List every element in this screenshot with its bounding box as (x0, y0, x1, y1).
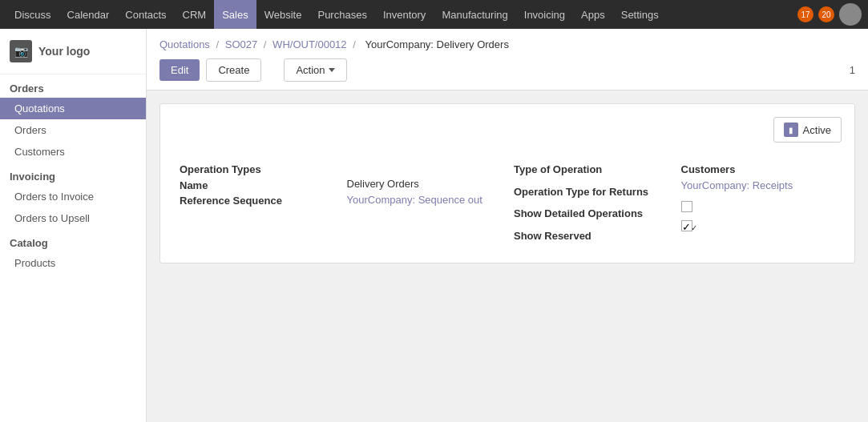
edit-button[interactable]: Edit (159, 59, 200, 81)
form-col-values: Delivery Orders YourCompany: Sequence ou… (341, 155, 508, 250)
breadcrumb-sep3: / (353, 38, 356, 50)
create-button[interactable]: Create (206, 58, 261, 82)
show-detailed-checkbox[interactable] (681, 201, 692, 212)
show-reserved-checkbox[interactable]: ✓ (681, 220, 692, 231)
sidebar-item-products[interactable]: Products (0, 252, 146, 274)
nav-crm[interactable]: CRM (175, 0, 215, 29)
sidebar-logo-area: 📷 Your logo (0, 29, 146, 74)
notification-badge-1[interactable]: 17 (797, 6, 813, 22)
notification-badge-2[interactable]: 20 (818, 6, 834, 22)
label-show-detailed: Show Detailed Operations (514, 206, 662, 222)
nav-website[interactable]: Website (256, 0, 310, 29)
value-sequence[interactable]: YourCompany: Sequence out (347, 192, 495, 208)
form-col-right-labels: Type of Operation Operation Type for Ret… (507, 155, 675, 250)
nav-right-area: 17 20 (797, 3, 862, 26)
header-bar: Quotations / SO027 / WH/OUT/00012 / Your… (147, 29, 868, 90)
nav-sales[interactable]: Sales (214, 0, 256, 29)
customers-label: Customers (681, 162, 830, 178)
active-badge[interactable]: ▮ Active (773, 117, 842, 143)
label-name: Name (180, 178, 328, 194)
sidebar-item-orders-to-invoice[interactable]: Orders to Invoice (0, 186, 146, 207)
breadcrumb-so027[interactable]: SO027 (225, 38, 257, 50)
breadcrumb: Quotations / SO027 / WH/OUT/00012 / Your… (159, 38, 855, 50)
form-container: ▮ Active Operation Types Name Reference … (159, 103, 855, 263)
label-type-of-operation: Type of Operation (514, 162, 662, 178)
chevron-down-icon (329, 68, 335, 72)
nav-manufacturing[interactable]: Manufacturing (434, 0, 515, 29)
sidebar-item-customers[interactable]: Customers (0, 141, 146, 163)
show-reserved-checkbox-area: ✓ (681, 220, 830, 231)
page-number: 1 (850, 64, 855, 76)
nav-contacts[interactable]: Contacts (117, 0, 174, 29)
toolbar: Edit Create Action 1 (159, 58, 855, 82)
form-grid: Operation Types Name Reference Sequence … (173, 155, 842, 250)
sidebar-item-quotations[interactable]: Quotations (0, 98, 146, 119)
active-badge-icon: ▮ (784, 123, 798, 137)
main-layout: 📷 Your logo Orders Quotations Orders Cus… (0, 29, 868, 422)
active-badge-label: Active (803, 124, 831, 136)
breadcrumb-quotations[interactable]: Quotations (159, 38, 210, 50)
label-op-type-returns: Operation Type for Returns (514, 184, 662, 200)
active-badge-area: ▮ Active (173, 117, 842, 143)
breadcrumb-current: YourCompany: Delivery Orders (365, 38, 508, 50)
sidebar-section-orders: Orders (0, 74, 146, 98)
action-label: Action (296, 64, 325, 76)
top-navigation: Discuss Calendar Contacts CRM Sales Webs… (0, 0, 868, 29)
form-col-labels: Operation Types Name Reference Sequence (173, 155, 341, 250)
nav-apps[interactable]: Apps (573, 0, 613, 29)
breadcrumb-sep2: / (264, 38, 267, 50)
user-avatar[interactable] (839, 3, 862, 26)
label-operation-types: Operation Types (180, 162, 328, 178)
nav-invoicing[interactable]: Invoicing (516, 0, 573, 29)
form-col-right-values: Customers YourCompany: Receipts ✓ (675, 155, 842, 250)
action-button[interactable]: Action (284, 58, 346, 82)
value-name: Delivery Orders (347, 176, 495, 192)
label-show-reserved: Show Reserved (514, 228, 662, 244)
nav-inventory[interactable]: Inventory (375, 0, 434, 29)
breadcrumb-sep1: / (216, 38, 220, 50)
nav-settings[interactable]: Settings (613, 0, 667, 29)
sidebar-section-invoicing: Invoicing (0, 163, 146, 186)
sidebar: 📷 Your logo Orders Quotations Orders Cus… (0, 29, 147, 422)
logo-text: Your logo (38, 45, 90, 58)
sidebar-section-catalog: Catalog (0, 229, 146, 252)
show-detailed-checkbox-area (681, 201, 830, 212)
label-reference-sequence: Reference Sequence (180, 193, 328, 209)
sidebar-item-orders[interactable]: Orders (0, 119, 146, 141)
nav-purchases[interactable]: Purchases (309, 0, 374, 29)
main-content: Quotations / SO027 / WH/OUT/00012 / Your… (147, 29, 868, 422)
receipts-value[interactable]: YourCompany: Receipts (681, 178, 830, 194)
sidebar-item-orders-to-upsell[interactable]: Orders to Upsell (0, 207, 146, 229)
breadcrumb-whout[interactable]: WH/OUT/00012 (273, 38, 346, 50)
nav-discuss[interactable]: Discuss (6, 0, 59, 29)
nav-calendar[interactable]: Calendar (59, 0, 118, 29)
logo-icon: 📷 (10, 40, 32, 62)
